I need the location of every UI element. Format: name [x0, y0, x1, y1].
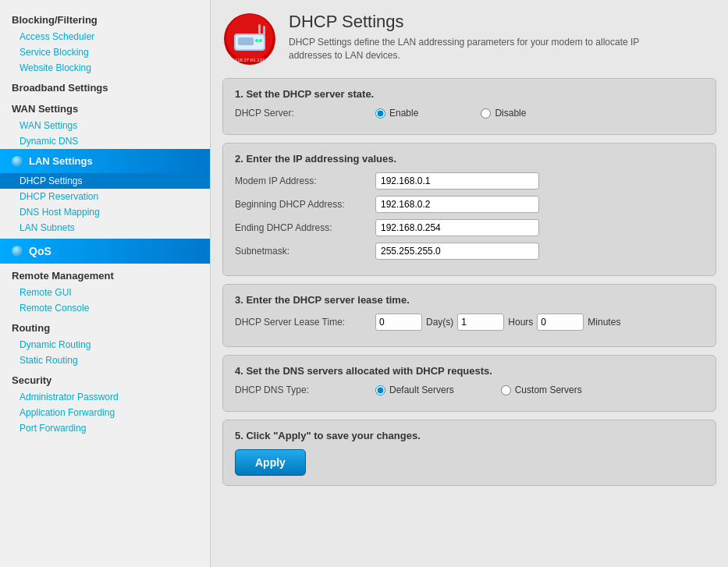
sidebar-item-dns-host-mapping[interactable]: DNS Host Mapping — [0, 204, 210, 220]
svg-point-8 — [259, 39, 262, 42]
enable-radio-option[interactable]: Enable — [375, 108, 418, 119]
page-title: DHCP Settings — [289, 12, 679, 32]
minutes-input[interactable] — [537, 314, 584, 331]
begin-dhcp-input[interactable] — [375, 196, 539, 213]
disable-label: Disable — [495, 108, 526, 119]
end-dhcp-row: Ending DHCP Address: — [235, 219, 704, 236]
sidebar-item-service-blocking[interactable]: Service Blocking — [0, 44, 210, 60]
sidebar-section-broadband: Broadband Settings — [0, 76, 210, 97]
section2-title: 2. Enter the IP addressing values. — [235, 153, 704, 165]
sidebar-item-dhcp-settings[interactable]: DHCP Settings — [0, 173, 210, 189]
section-dns: 4. Set the DNS servers allocated with DH… — [222, 355, 716, 412]
sidebar-section-blocking: Blocking/Filtering — [0, 8, 210, 29]
enable-label: Enable — [389, 108, 418, 119]
sidebar-item-dynamic-routing[interactable]: Dynamic Routing — [0, 337, 210, 353]
section1-title: 1. Set the DHCP server state. — [235, 88, 704, 100]
modem-ip-row: Modem IP Address: — [235, 172, 704, 190]
svg-text:216.27.61.137: 216.27.61.137 — [235, 58, 265, 62]
svg-rect-4 — [238, 37, 254, 45]
sidebar-item-dynamic-dns[interactable]: Dynamic DNS — [0, 133, 210, 149]
subnet-input[interactable] — [375, 243, 539, 260]
sidebar-item-website-blocking[interactable]: Website Blocking — [0, 60, 210, 76]
sidebar-item-wan-settings[interactable]: WAN Settings — [0, 118, 210, 133]
sidebar-item-static-routing[interactable]: Static Routing — [0, 353, 210, 368]
enable-radio[interactable] — [375, 108, 385, 119]
page-header: 216.27.61.137 DHCP Settings DHCP Setting… — [222, 12, 716, 66]
svg-rect-6 — [263, 26, 265, 35]
page-title-area: DHCP Settings DHCP Settings define the L… — [289, 12, 679, 62]
router-icon: 216.27.61.137 — [222, 12, 277, 66]
dhcp-server-label: DHCP Server: — [235, 108, 375, 119]
subnet-label: Subnetmask: — [235, 246, 375, 257]
custom-servers-label: Custom Servers — [515, 384, 582, 395]
dhcp-server-radio-group: Enable Disable — [375, 108, 526, 119]
lease-time-row: DHCP Server Lease Time: Day(s) Hours Min… — [235, 314, 704, 331]
sidebar-section-lan: LAN Settings — [0, 149, 210, 173]
sidebar-section-wan: WAN Settings — [0, 97, 210, 118]
sidebar-item-remote-console[interactable]: Remote Console — [0, 300, 210, 316]
default-servers-option[interactable]: Default Servers — [375, 384, 454, 395]
custom-servers-option[interactable]: Custom Servers — [501, 384, 582, 395]
section4-title: 4. Set the DNS servers allocated with DH… — [235, 365, 704, 377]
dhcp-server-row: DHCP Server: Enable Disable — [235, 108, 704, 119]
modem-ip-input[interactable] — [375, 172, 539, 190]
hours-input[interactable] — [457, 314, 504, 331]
dns-type-row: DHCP DNS Type: Default Servers Custom Se… — [235, 384, 704, 395]
default-servers-label: Default Servers — [389, 384, 454, 395]
disable-radio-option[interactable]: Disable — [481, 108, 526, 119]
subnet-row: Subnetmask: — [235, 243, 704, 260]
sidebar-section-security: Security — [0, 368, 210, 389]
minutes-unit-label: Minutes — [588, 317, 620, 328]
sidebar-item-dhcp-reservation[interactable]: DHCP Reservation — [0, 189, 210, 204]
sidebar-item-admin-password[interactable]: Administrator Password — [0, 389, 210, 405]
lease-time-label: DHCP Server Lease Time: — [235, 317, 375, 328]
hours-unit-label: Hours — [508, 317, 533, 328]
sidebar: Blocking/Filtering Access Scheduler Serv… — [0, 0, 211, 567]
end-dhcp-input[interactable] — [375, 219, 539, 236]
sidebar-item-remote-gui[interactable]: Remote GUI — [0, 285, 210, 300]
svg-rect-5 — [258, 24, 261, 35]
svg-point-7 — [255, 39, 258, 42]
section-dhcp-state: 1. Set the DHCP server state. DHCP Serve… — [222, 78, 716, 135]
qos-dot-icon — [12, 246, 23, 257]
begin-dhcp-row: Beginning DHCP Address: — [235, 196, 704, 213]
end-dhcp-label: Ending DHCP Address: — [235, 222, 375, 233]
custom-servers-radio[interactable] — [501, 385, 511, 395]
sidebar-lan-label: LAN Settings — [29, 155, 93, 167]
section5-title: 5. Click "Apply" to save your changes. — [235, 430, 704, 441]
sidebar-item-access-scheduler[interactable]: Access Scheduler — [0, 29, 210, 44]
sidebar-item-app-forwarding[interactable]: Application Forwarding — [0, 405, 210, 420]
sidebar-qos-label: QoS — [29, 245, 51, 257]
days-unit-label: Day(s) — [426, 317, 453, 328]
sidebar-section-routing: Routing — [0, 316, 210, 337]
apply-button[interactable]: Apply — [235, 449, 306, 476]
dns-type-radio-group: Default Servers Custom Servers — [375, 384, 582, 395]
days-input[interactable] — [375, 314, 422, 331]
modem-ip-label: Modem IP Address: — [235, 175, 375, 186]
section3-title: 3. Enter the DHCP server lease time. — [235, 294, 704, 306]
section-ip-addressing: 2. Enter the IP addressing values. Modem… — [222, 143, 716, 276]
sidebar-section-qos[interactable]: QoS — [0, 239, 210, 264]
begin-dhcp-label: Beginning DHCP Address: — [235, 199, 375, 210]
main-content: 216.27.61.137 DHCP Settings DHCP Setting… — [211, 0, 728, 567]
sidebar-section-remote: Remote Management — [0, 264, 210, 285]
lease-inputs: Day(s) Hours Minutes — [375, 314, 620, 331]
section-lease-time: 3. Enter the DHCP server lease time. DHC… — [222, 284, 716, 347]
sidebar-item-lan-subnets[interactable]: LAN Subnets — [0, 220, 210, 236]
section-apply: 5. Click "Apply" to save your changes. A… — [222, 420, 716, 486]
disable-radio[interactable] — [481, 108, 491, 119]
dns-type-label: DHCP DNS Type: — [235, 384, 375, 395]
sidebar-item-port-forwarding[interactable]: Port Forwarding — [0, 420, 210, 436]
lan-dot-icon — [12, 156, 23, 167]
default-servers-radio[interactable] — [375, 385, 385, 395]
page-description: DHCP Settings define the LAN addressing … — [289, 36, 679, 62]
